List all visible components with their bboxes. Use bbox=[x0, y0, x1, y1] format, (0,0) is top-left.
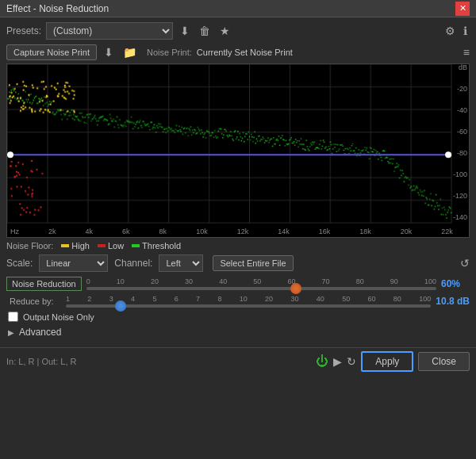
menu-icon[interactable]: ≡ bbox=[463, 46, 470, 59]
noise-reduction-slider-area: 0 10 20 30 40 50 60 70 80 90 100 bbox=[86, 277, 436, 290]
title-text: Effect - Noise Reduction bbox=[6, 3, 109, 14]
presets-row: Presets: (Custom) ⬇ 🗑 ★ ⚙ ℹ bbox=[6, 22, 470, 40]
nr-slider-thumb[interactable] bbox=[290, 283, 301, 294]
noise-reduction-value: 60% bbox=[441, 278, 470, 289]
delete-preset-button[interactable]: 🗑 bbox=[197, 23, 213, 39]
output-noise-row: Output Noise Only bbox=[8, 312, 470, 322]
noise-print-label: Noise Print: bbox=[147, 48, 192, 57]
noise-print-row: Capture Noise Print ⬇ 📁 Noise Print: Cur… bbox=[6, 44, 470, 60]
reduce-by-row: Reduce by: 1 2 3 4 5 6 7 8 10 20 30 40 5… bbox=[10, 295, 470, 308]
reduce-slider-track[interactable] bbox=[66, 304, 431, 308]
nr-scale-numbers: 0 10 20 30 40 50 60 70 80 90 100 bbox=[86, 277, 436, 285]
advanced-label[interactable]: Advanced bbox=[19, 327, 61, 338]
presets-select[interactable]: (Custom) bbox=[46, 22, 173, 40]
reduce-by-label: Reduce by: bbox=[10, 296, 61, 306]
noise-floor-label: Noise Floor: bbox=[6, 241, 53, 251]
legend-high-label: High bbox=[71, 241, 90, 251]
channel-select[interactable]: Left Right Both bbox=[159, 254, 203, 272]
reduce-slider-thumb[interactable] bbox=[115, 300, 126, 312]
low-color-dot bbox=[98, 244, 106, 247]
noise-print-value: Currently Set Noise Print bbox=[197, 48, 293, 57]
undo-button[interactable]: ↺ bbox=[460, 257, 470, 270]
save-noise-print-icon[interactable]: ⬇ bbox=[102, 44, 116, 60]
presets-label: Presets: bbox=[6, 25, 41, 36]
apply-button[interactable]: Apply bbox=[361, 351, 413, 372]
scale-select[interactable]: Linear Logarithmic bbox=[39, 254, 108, 272]
power-button[interactable]: ⏻ bbox=[316, 354, 328, 369]
reduce-by-slider-area: 1 2 3 4 5 6 7 8 10 20 30 40 50 60 80 100 bbox=[66, 295, 431, 308]
io-label: In: L, R | Out: L, R bbox=[6, 357, 76, 366]
bottom-buttons: ⏻ ▶ ↻ Apply Close bbox=[316, 351, 470, 372]
output-noise-label[interactable]: Output Noise Only bbox=[23, 312, 94, 322]
capture-noise-print-button[interactable]: Capture Noise Print bbox=[6, 44, 97, 60]
download-preset-button[interactable]: ⬇ bbox=[178, 23, 192, 39]
advanced-expand-icon[interactable]: ▶ bbox=[8, 328, 14, 337]
play-button[interactable]: ▶ bbox=[333, 355, 342, 368]
select-entire-file-button[interactable]: Select Entire File bbox=[213, 255, 293, 271]
bottom-bar: In: L, R | Out: L, R ⏻ ▶ ↻ Apply Close bbox=[0, 347, 476, 375]
main-panel: Presets: (Custom) ⬇ 🗑 ★ ⚙ ℹ Capture Nois… bbox=[0, 17, 476, 347]
reduce-by-value: 10.8 dB bbox=[436, 296, 470, 307]
legend-low: Low bbox=[98, 241, 124, 251]
spectrum-graph[interactable]: dB -20 -40 -60 -80 -100 -120 -140 Hz 2k … bbox=[6, 63, 470, 238]
info-icon[interactable]: ℹ bbox=[461, 23, 470, 39]
scale-channel-row: Scale: Linear Logarithmic Channel: Left … bbox=[6, 254, 470, 272]
scale-label: Scale: bbox=[6, 258, 33, 269]
folder-icon[interactable]: 📁 bbox=[121, 44, 139, 60]
loop-button[interactable]: ↻ bbox=[347, 355, 356, 368]
legend-threshold: Threshold bbox=[132, 241, 181, 251]
close-bottom-button[interactable]: Close bbox=[418, 352, 470, 371]
settings-icon[interactable]: ⚙ bbox=[443, 23, 458, 39]
legend-row: Noise Floor: High Low Threshold bbox=[6, 241, 470, 251]
title-bar: Effect - Noise Reduction ✕ bbox=[0, 0, 476, 17]
legend-threshold-label: Threshold bbox=[142, 241, 181, 251]
right-icons: ⚙ ℹ bbox=[443, 23, 470, 39]
advanced-row[interactable]: ▶ Advanced bbox=[8, 327, 470, 338]
favorite-preset-button[interactable]: ★ bbox=[217, 23, 232, 39]
noise-reduction-row: Noise Reduction 0 10 20 30 40 50 60 70 8… bbox=[6, 277, 470, 291]
legend-high: High bbox=[61, 241, 90, 251]
legend-low-label: Low bbox=[108, 241, 124, 251]
high-color-dot bbox=[61, 244, 69, 247]
nr-slider-track[interactable] bbox=[86, 287, 436, 290]
noise-reduction-label: Noise Reduction bbox=[6, 277, 82, 291]
output-noise-checkbox[interactable] bbox=[8, 312, 18, 322]
window-close-button[interactable]: ✕ bbox=[455, 2, 470, 16]
graph-canvas bbox=[7, 64, 469, 237]
channel-label: Channel: bbox=[114, 258, 152, 269]
threshold-color-dot bbox=[132, 244, 140, 247]
